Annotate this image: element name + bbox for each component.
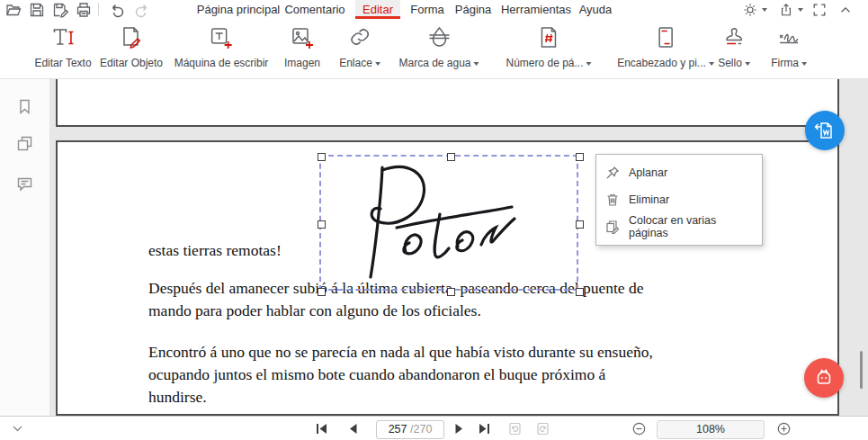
typewriter-icon (210, 25, 233, 50)
convert-to-word-button[interactable] (805, 111, 845, 150)
first-page-icon[interactable] (315, 422, 328, 436)
place-on-pages-icon (605, 220, 620, 234)
ribbon-item-editar-objeto[interactable]: Editar Objeto (100, 25, 163, 69)
page-number-input[interactable]: 257 /270 (376, 420, 444, 439)
ribbon-item-firma[interactable]: Firma (771, 25, 807, 69)
pdf-editor-window: Página principal Comentario Editar Forma… (0, 0, 868, 440)
tab-pagina[interactable]: Página (448, 0, 498, 19)
document-text-line: ocupando juntos el mismo bote cuando aba… (148, 365, 605, 384)
ribbon-item-enlace[interactable]: Enlace (339, 25, 380, 69)
chevron-down-icon (801, 62, 807, 66)
redo-icon[interactable] (133, 2, 149, 18)
document-text-line: estas tierras remotas! (148, 241, 282, 260)
current-page-value: 257 (389, 423, 407, 436)
previous-view-icon[interactable] (508, 422, 522, 436)
zoom-level-input[interactable]: 108% (657, 420, 765, 439)
resize-handle-top-left[interactable] (318, 153, 326, 161)
tab-herramientas[interactable]: Herramientas (494, 0, 578, 19)
resize-handle-top-center[interactable] (447, 153, 455, 161)
selection-box[interactable] (319, 155, 578, 291)
tab-pagina-principal[interactable]: Página principal (190, 0, 288, 19)
save-icon[interactable] (29, 2, 45, 18)
total-pages-value: /270 (410, 423, 432, 436)
resize-handle-bottom-right[interactable] (576, 288, 584, 296)
signature-icon (777, 25, 801, 50)
navigation-rail (0, 79, 49, 416)
titlebar: Página principal Comentario Editar Forma… (0, 0, 868, 20)
ribbon-toolbar: Editar Texto Editar Objeto Máquina de es… (0, 20, 868, 79)
statusbar: 257 /270 108% (0, 416, 868, 440)
chevron-down-icon (375, 62, 380, 66)
collapse-statusbar-icon[interactable] (11, 422, 24, 436)
ribbon-item-label: Sello (718, 57, 750, 69)
stamp-icon (722, 25, 746, 50)
resize-handle-middle-left[interactable] (318, 220, 326, 229)
assistant-robot-button[interactable] (804, 358, 844, 398)
share-icon[interactable] (779, 3, 793, 17)
print-icon[interactable] (76, 2, 92, 18)
next-view-icon[interactable] (536, 422, 550, 436)
undo-icon[interactable] (110, 2, 126, 18)
page-thumbnails-icon[interactable] (16, 135, 33, 152)
ribbon-item-label: Firma (771, 57, 807, 69)
next-page-icon[interactable] (452, 422, 466, 436)
tab-forma[interactable]: Forma (403, 0, 452, 19)
menu-item-colocar-en-varias-paginas[interactable]: Colocar en varias páginas (596, 213, 762, 240)
document-text-line: mando para poder hablar con alguno de lo… (148, 301, 481, 320)
pdf-page-previous[interactable] (56, 79, 839, 127)
theme-icon[interactable] (743, 3, 757, 17)
chevron-down-icon[interactable] (762, 8, 767, 12)
bookmarks-icon[interactable] (16, 98, 33, 115)
zoom-in-icon[interactable] (777, 422, 791, 436)
vertical-scrollbar-thumb[interactable] (860, 351, 863, 389)
ribbon-item-editar-texto[interactable]: Editar Texto (34, 25, 91, 69)
tab-ayuda[interactable]: Ayuda (572, 0, 620, 19)
ribbon-item-label: Enlace (339, 57, 380, 69)
collapse-toolbar-icon[interactable] (838, 3, 853, 17)
document-canvas[interactable]: estas tierras remotas! Después del amane… (49, 79, 868, 416)
comments-icon[interactable] (16, 175, 33, 193)
chevron-down-icon (745, 62, 750, 66)
chevron-down-icon (474, 62, 479, 66)
ribbon-item-label: Editar Texto (34, 57, 91, 69)
ribbon-item-marca-de-agua[interactable]: Marca de agua (398, 25, 479, 69)
document-text-line: Encontró á uno que no se parecía en nada… (148, 343, 653, 362)
ribbon-item-sello[interactable]: Sello (718, 25, 750, 69)
chevron-down-icon[interactable] (798, 8, 803, 12)
resize-handle-middle-right[interactable] (576, 220, 584, 229)
document-text-line: hundirse. (148, 388, 207, 407)
menu-item-eliminar[interactable]: Eliminar (596, 186, 762, 213)
fullscreen-icon[interactable] (812, 3, 827, 17)
watermark-icon (427, 25, 451, 50)
ribbon-item-label: Imagen (284, 57, 320, 69)
last-page-icon[interactable] (478, 422, 491, 436)
open-folder-icon[interactable] (5, 2, 22, 18)
chevron-down-icon (586, 62, 592, 66)
resize-handle-bottom-left[interactable] (318, 288, 326, 296)
zoom-out-icon[interactable] (632, 422, 646, 436)
menu-item-label: Aplanar (629, 166, 667, 179)
edit-text-icon (51, 25, 75, 50)
ribbon-item-numero-de-pagina[interactable]: Número de pá... (506, 25, 591, 69)
trash-icon (605, 193, 620, 207)
menu-item-label: Eliminar (629, 193, 669, 206)
main-area: estas tierras remotas! Después del amane… (0, 79, 868, 416)
tab-comentario[interactable]: Comentario (277, 0, 352, 19)
edit-object-icon (120, 25, 143, 50)
resize-handle-bottom-center[interactable] (447, 288, 455, 296)
previous-page-icon[interactable] (346, 422, 360, 436)
image-icon (291, 25, 314, 50)
resize-handle-top-right[interactable] (576, 153, 584, 161)
ribbon-item-imagen[interactable]: Imagen (284, 25, 320, 69)
ribbon-item-encabezado-y-pie[interactable]: Encabezado y pi... (617, 25, 714, 69)
tab-editar[interactable]: Editar (355, 0, 400, 19)
menu-item-aplanar[interactable]: Aplanar (596, 159, 762, 186)
ribbon-item-maquina-de-escribir[interactable]: Máquina de escribir (174, 25, 269, 69)
ribbon-item-label: Número de pá... (506, 57, 591, 69)
chevron-down-icon (709, 62, 714, 66)
header-footer-icon (654, 25, 677, 50)
toolbar-divider (98, 3, 99, 16)
ribbon-item-label: Marca de agua (398, 57, 479, 69)
save-as-icon[interactable] (52, 2, 68, 18)
page-number-icon (537, 25, 560, 50)
